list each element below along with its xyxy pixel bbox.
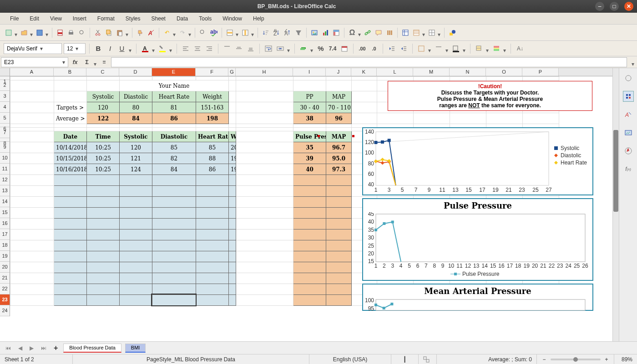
pdf-icon[interactable] <box>55 28 65 38</box>
dropdown-icon[interactable]: ▾ <box>14 28 18 38</box>
sidebar-properties-icon[interactable] <box>623 91 634 102</box>
chart-vitals[interactable]: 140120100806040 13579111315171921232527 <box>362 127 593 195</box>
sidebar-functions-icon[interactable]: f(x) <box>623 164 634 175</box>
border-icon[interactable] <box>416 44 426 54</box>
font-name-combo[interactable]: DejaVu Serif▾ <box>4 43 62 54</box>
menu-styles[interactable]: Styles <box>120 14 146 24</box>
sidebar-gallery-icon[interactable] <box>623 127 634 138</box>
sidebar-settings-icon[interactable] <box>623 73 634 84</box>
cut-icon[interactable] <box>93 28 103 38</box>
tab-prev-icon[interactable]: ◀ <box>16 345 24 351</box>
merge-icon[interactable] <box>275 44 285 54</box>
menu-sheet[interactable]: Sheet <box>146 14 171 24</box>
align-bot-icon[interactable] <box>246 44 256 54</box>
clone-fmt-icon[interactable] <box>135 28 145 38</box>
close-button[interactable]: ✕ <box>624 2 633 11</box>
pivot-icon[interactable] <box>331 28 341 38</box>
font-size-combo[interactable]: 12▾ <box>64 43 86 54</box>
row-headers[interactable]: 123456789101112131415161718192021222324 <box>0 76 10 316</box>
status-insert[interactable]: ┃ <box>391 354 419 364</box>
maximize-button[interactable]: □ <box>610 2 619 11</box>
bold-icon[interactable]: B <box>93 44 103 54</box>
shapes-icon[interactable] <box>447 28 457 38</box>
cell-reference[interactable]: E23▾ <box>1 57 68 67</box>
headerfooter-icon[interactable] <box>384 28 394 38</box>
comment-marker-icon[interactable] <box>352 135 354 137</box>
specialchar-icon[interactable]: Ω <box>347 28 357 38</box>
find-icon[interactable] <box>198 28 208 38</box>
menu-view[interactable]: View <box>45 14 67 24</box>
indent-dec-icon[interactable] <box>387 44 397 54</box>
highlight-icon[interactable] <box>157 44 167 54</box>
align-mid-icon[interactable] <box>234 44 244 54</box>
spellcheck-icon[interactable]: abc <box>209 28 219 38</box>
menu-edit[interactable]: Edit <box>24 14 45 24</box>
menu-tools[interactable]: Tools <box>193 14 217 24</box>
tab-add-icon[interactable]: + <box>52 344 60 352</box>
status-summary[interactable]: Average: ; Sum: 0 <box>437 354 537 364</box>
comment-icon[interactable] <box>374 28 384 38</box>
menu-file[interactable]: File <box>5 14 24 24</box>
col-icon[interactable] <box>240 28 250 38</box>
tab-next-icon[interactable]: ▶ <box>28 345 35 351</box>
paste-icon[interactable] <box>115 28 125 38</box>
indent-inc-icon[interactable] <box>399 44 409 54</box>
align-left-icon[interactable] <box>181 44 191 54</box>
chart-icon[interactable] <box>320 28 330 38</box>
date-icon[interactable] <box>339 44 349 54</box>
underline-icon[interactable]: U <box>117 44 127 54</box>
menu-data[interactable]: Data <box>171 14 193 24</box>
freeze-icon[interactable] <box>400 28 410 38</box>
tab-first-icon[interactable]: ⏮ <box>4 345 13 351</box>
wrap-icon[interactable] <box>263 44 273 54</box>
column-headers[interactable]: ABCDEFGHIJKLMNOP <box>0 68 612 76</box>
tab-bp[interactable]: Blood Pressure Data <box>63 344 121 353</box>
row-icon[interactable] <box>225 28 235 38</box>
chart-pulse-pressure[interactable]: Pulse Pressure 45403530252015 1234567891… <box>362 198 593 281</box>
comment-marker-icon[interactable] <box>318 135 320 137</box>
fx-icon[interactable]: fx <box>70 57 80 67</box>
new-icon[interactable] <box>4 28 14 38</box>
undo-icon[interactable]: ↶ <box>162 28 172 38</box>
open-icon[interactable] <box>19 28 29 38</box>
image-icon[interactable] <box>309 28 319 38</box>
status-lang[interactable]: English (USA) <box>309 354 391 364</box>
spreadsheet-area[interactable]: ABCDEFGHIJKLMNOP 12345678910111213141516… <box>0 68 612 341</box>
sort-asc-icon[interactable] <box>261 28 271 38</box>
border-style-icon[interactable] <box>434 44 444 54</box>
clear-fmt-icon[interactable]: A <box>146 28 156 38</box>
redo-icon[interactable]: ↷ <box>177 28 187 38</box>
zoom-slider[interactable]: −+ <box>537 354 614 364</box>
align-right-icon[interactable] <box>204 44 214 54</box>
align-top-icon[interactable] <box>222 44 232 54</box>
menu-insert[interactable]: Insert <box>67 14 92 24</box>
minimize-button[interactable]: – <box>595 2 604 11</box>
dec-dec-icon[interactable]: .0 <box>369 44 379 54</box>
currency-icon[interactable] <box>298 44 308 54</box>
selected-cell[interactable] <box>152 294 196 305</box>
sidebar-styles-icon[interactable]: A <box>623 109 634 120</box>
font-color-icon[interactable]: A <box>140 44 150 54</box>
zoom-percent[interactable]: 89% <box>614 354 637 364</box>
menu-format[interactable]: Format <box>92 14 120 24</box>
window-icon[interactable] <box>427 28 437 38</box>
equals-icon[interactable]: = <box>99 57 109 67</box>
tab-bmi[interactable]: BMI <box>125 344 146 353</box>
funcwiz-icon[interactable]: A↓ <box>515 44 525 54</box>
align-center-icon[interactable] <box>192 44 202 54</box>
tab-last-icon[interactable]: ⏭ <box>39 345 48 351</box>
copy-icon[interactable] <box>104 28 114 38</box>
menu-window[interactable]: Window <box>217 14 248 24</box>
status-sel[interactable] <box>419 354 437 364</box>
dec-inc-icon[interactable]: .00 <box>357 44 367 54</box>
cond-fmt-icon[interactable] <box>491 44 501 54</box>
filter-icon[interactable] <box>293 28 303 38</box>
sort-za-icon[interactable]: ZA <box>283 28 293 38</box>
italic-icon[interactable]: I <box>105 44 115 54</box>
vertical-scrollbar[interactable] <box>612 68 619 341</box>
chart-map[interactable]: Mean Arterial Pressure 10095 <box>362 284 593 311</box>
menu-help[interactable]: Help <box>248 14 270 24</box>
number-icon[interactable]: 7.4 <box>328 44 338 54</box>
formula-input[interactable] <box>111 57 627 67</box>
percent-icon[interactable]: % <box>316 44 326 54</box>
